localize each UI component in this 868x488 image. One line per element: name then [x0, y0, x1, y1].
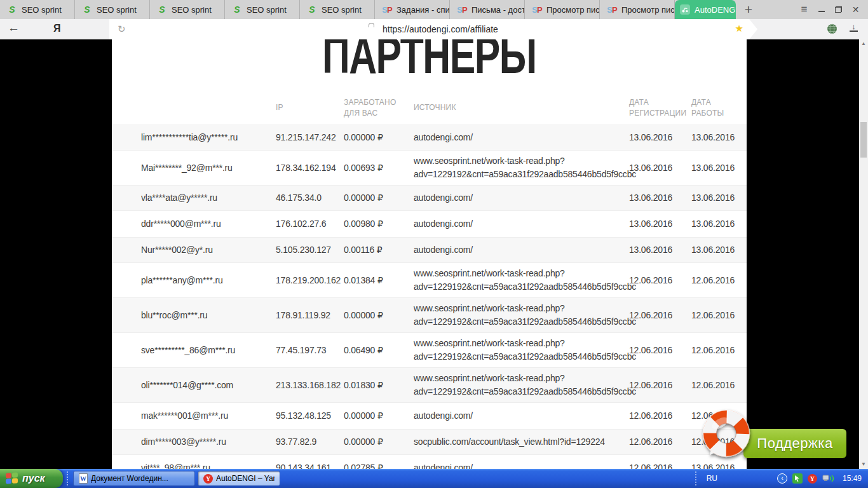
scrollbar-thumb[interactable]	[860, 122, 867, 158]
taskbar-item-yandex[interactable]: Y AutoDENGI – Yandex	[198, 471, 280, 486]
autodengi-icon	[680, 4, 690, 15]
reload-icon[interactable]: ↻	[118, 24, 126, 35]
close-window-button[interactable]: ✕	[847, 0, 864, 19]
partner-work-date: 13.06.2016	[691, 128, 740, 146]
partner-earned: 0.01384 ₽	[344, 271, 414, 289]
globe-icon[interactable]	[827, 24, 837, 37]
table-row: oli*******014@g****.com 213.133.168.182 …	[112, 367, 747, 403]
browser-tab[interactable]: SP Просмотр пис	[525, 0, 600, 19]
scroll-up-icon[interactable]: ▲	[859, 39, 868, 48]
browser-tab[interactable]: S SEO sprint	[75, 0, 150, 19]
partner-source: autodengi.com/	[414, 405, 629, 426]
seosprint-icon: S	[307, 4, 317, 15]
yandex-icon: Y	[203, 474, 213, 484]
table-row: mak******001@m***.ru 95.132.48.125 0.000…	[112, 403, 747, 429]
yandex-browser-icon[interactable]: Я	[53, 23, 61, 34]
taskbar-item-word[interactable]: W Документ Wordедин...	[73, 471, 195, 486]
partner-source: autodengi.com/	[414, 458, 629, 469]
seosprint-sp-icon: SP	[607, 4, 617, 15]
partner-work-date: 13.06.2016	[691, 241, 740, 259]
partner-ip: 95.132.48.125	[276, 407, 344, 424]
partner-reg-date: 13.06.2016	[629, 241, 691, 259]
browser-tab[interactable]: SP Письма - дост	[450, 0, 525, 19]
table-row: blu**roc@m***.ru 178.91.119.92 0.00000 ₽…	[112, 297, 747, 333]
browser-tab[interactable]: S SEO sprint	[300, 0, 375, 19]
partner-work-date: 12.06.2016	[691, 271, 740, 289]
tab-label: Письма - дост	[471, 5, 525, 15]
partner-reg-date: 13.06.2016	[629, 128, 691, 146]
partner-email: oli*******014@g****.com	[141, 376, 276, 394]
partner-ip: 178.219.200.162	[276, 271, 344, 289]
partner-work-date: 13.06.2016	[691, 189, 740, 207]
browser-tab-bar: S SEO sprint S SEO sprint S SEO sprint S…	[0, 0, 868, 19]
tab-label: AutoDENGI	[695, 5, 736, 15]
download-icon[interactable]: ↓	[850, 23, 858, 32]
browser-tab[interactable]: S SEO sprint	[150, 0, 225, 19]
start-button[interactable]: пуск	[0, 469, 63, 488]
partner-email: mak******001@m***.ru	[141, 407, 276, 424]
browser-tab[interactable]: SP Задания - спи	[375, 0, 450, 19]
seosprint-icon: S	[232, 4, 242, 15]
tab-label: SEO sprint	[172, 5, 212, 15]
partner-email: sve*********_86@m***.ru	[141, 341, 276, 359]
close-icon: ✕	[852, 4, 860, 15]
seosprint-sp-icon: SP	[532, 4, 542, 15]
partner-reg-date: 13.06.2016	[629, 159, 691, 177]
partner-earned: 0.00116 ₽	[344, 241, 414, 259]
new-tab-button[interactable]: +	[736, 0, 761, 19]
partner-email: pla******any@m***.ru	[141, 271, 276, 289]
hide-tray-icons-button[interactable]: ‹	[777, 473, 787, 484]
language-indicator[interactable]: RU	[707, 474, 717, 483]
tray-yandex-icon[interactable]: Y	[808, 474, 817, 484]
partner-earned: 0.00000 ₽	[344, 189, 414, 207]
restore-button[interactable]	[830, 0, 847, 19]
partner-source: autodengi.com/	[414, 240, 629, 261]
scroll-down-icon[interactable]: ▼	[859, 460, 868, 469]
minimize-icon	[818, 11, 825, 12]
tab-label: SEO sprint	[247, 5, 287, 15]
clock[interactable]: 15:49	[843, 474, 862, 483]
table-header-row: IP ЗАРАБОТАНО ДЛЯ ВАС ИСТОЧНИК ДАТА РЕГИ…	[112, 92, 747, 125]
seosprint-sp-icon: SP	[457, 4, 467, 15]
lifebuoy-icon	[698, 407, 754, 463]
partner-earned: 0.00693 ₽	[344, 159, 414, 177]
table-row: Nur*****002@y*.ru 5.105.230.127 0.00116 …	[112, 237, 747, 263]
address-bar[interactable]: ↻ https://autodengi.com/affiliate ★	[109, 19, 757, 39]
partner-ip: 178.34.162.194	[276, 159, 344, 177]
browser-menu-button[interactable]: ≡	[796, 0, 813, 19]
table-row: dim*****003@y*****.ru 93.77.82.9 0.00000…	[112, 429, 747, 455]
bookmark-star-icon[interactable]: ★	[735, 23, 743, 34]
partner-earned: 0.06490 ₽	[344, 341, 414, 359]
partner-ip: 93.77.82.9	[276, 433, 344, 451]
tab-label: SEO sprint	[322, 5, 362, 15]
back-button[interactable]: ←	[8, 21, 20, 35]
tray-app-icon[interactable]	[792, 473, 803, 484]
browser-tab[interactable]: S SEO sprint	[225, 0, 300, 19]
partner-email: lim***********tia@y*****.ru	[141, 128, 276, 146]
header-reg-date: ДАТА РЕГИСТРАЦИИ	[629, 97, 691, 119]
table-row: lim***********tia@y*****.ru 91.215.147.2…	[112, 125, 747, 151]
partner-email: vit***_98@m***.ru	[141, 459, 276, 469]
tray-separator	[695, 471, 698, 485]
taskbar: пуск W Документ Wordедин... Y AutoDENGI …	[0, 469, 868, 488]
partner-earned: 0.01830 ₽	[344, 376, 414, 394]
browser-tab[interactable]: SP Просмотр пис	[600, 0, 675, 19]
tab-label: SEO sprint	[97, 5, 137, 15]
minimize-button[interactable]	[813, 0, 830, 19]
partner-earned: 0.00980 ₽	[344, 215, 414, 233]
partner-reg-date: 12.06.2016	[629, 376, 691, 394]
menu-icon: ≡	[801, 3, 808, 16]
partner-source: www.seosprint.net/work-task-read.php? ad…	[414, 368, 629, 402]
partner-source: autodengi.com/	[414, 187, 629, 208]
partner-earned: 0.00000 ₽	[344, 306, 414, 324]
partner-source: socpublic.com/account/task_view.html?id=…	[414, 431, 629, 452]
browser-tab[interactable]: S SEO sprint	[0, 0, 75, 19]
url-text[interactable]: https://autodengi.com/affiliate	[383, 24, 498, 34]
partner-email: Nur*****002@y*.ru	[141, 241, 276, 259]
browser-tab-active[interactable]: AutoDENGI ✕	[675, 0, 736, 19]
partner-source: www.seosprint.net/work-task-read.php? ad…	[414, 151, 629, 185]
network-activity-icon[interactable]	[822, 473, 835, 484]
support-button[interactable]: Поддержка	[743, 429, 846, 458]
page-scrollbar[interactable]: ▲ ▼	[859, 39, 868, 469]
partner-work-date: 12.06.2016	[691, 376, 740, 394]
